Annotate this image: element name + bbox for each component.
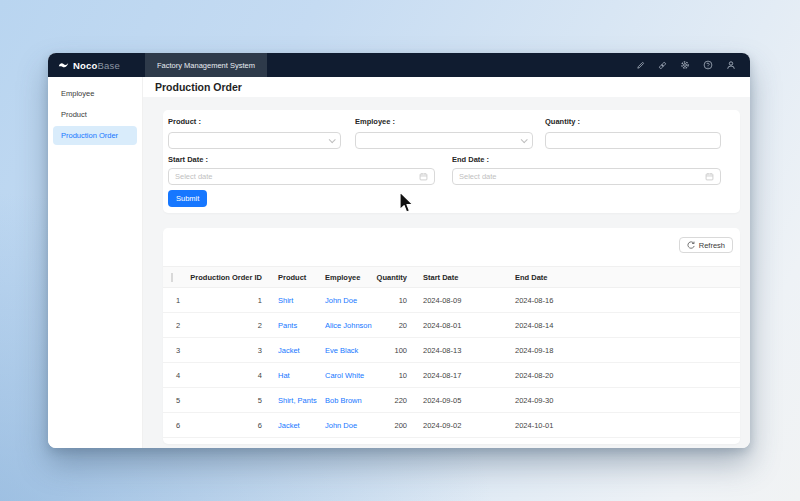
col-quantity[interactable]: Quantity <box>373 273 415 282</box>
cell-employee-link[interactable]: John Doe <box>317 296 373 305</box>
top-navbar: NocoBase Factory Management System <box>48 53 750 77</box>
calendar-icon <box>419 172 428 181</box>
cell-quantity: 220 <box>373 396 415 405</box>
cell-end-date: 2024-09-18 <box>507 346 740 355</box>
cell-product-link[interactable]: Jacket <box>270 346 317 355</box>
cell-product-link[interactable]: Shirt, Pants <box>270 396 317 405</box>
sidebar-item-label: Employee <box>61 89 94 98</box>
filter-form-card: Product : Employee : Quantity : Start Da… <box>163 110 740 213</box>
refresh-label: Refresh <box>699 241 725 250</box>
app-window: NocoBase Factory Management System <box>48 53 750 448</box>
cell-employee-link[interactable]: Carol White <box>317 371 373 380</box>
chevron-down-icon <box>329 136 336 143</box>
cell-product-link[interactable]: Hat <box>270 371 317 380</box>
nocobase-logo-icon <box>58 60 69 71</box>
desktop-background: NocoBase Factory Management System <box>0 0 800 501</box>
select-all-checkbox[interactable] <box>171 273 173 282</box>
cell-quantity: 100 <box>373 346 415 355</box>
cell-end-date: 2024-10-01 <box>507 421 740 430</box>
col-start-date[interactable]: Start Date <box>415 273 507 282</box>
cell-start-date: 2024-08-17 <box>415 371 507 380</box>
cell-start-date: 2024-08-13 <box>415 346 507 355</box>
start-date-input[interactable]: Select date <box>168 168 435 185</box>
link-icon[interactable] <box>658 61 667 70</box>
cell-order-id: 6 <box>187 421 270 430</box>
sidebar-item[interactable]: Employee <box>53 84 137 103</box>
cell-employee-link[interactable]: Eve Black <box>317 346 373 355</box>
employee-select[interactable] <box>355 132 533 149</box>
table-row[interactable]: 5 5 Shirt, Pants Bob Brown 220 2024-09-0… <box>163 388 740 413</box>
cell-start-date: 2024-08-01 <box>415 321 507 330</box>
sidebar: Employee Product Production Order <box>48 77 143 448</box>
employee-label: Employee : <box>355 117 395 126</box>
main-content: Production Order Product : Employee : Qu… <box>143 77 750 448</box>
table-body: 1 1 Shirt John Doe 10 2024-08-09 2024-08… <box>163 288 740 444</box>
cell-quantity: 10 <box>373 296 415 305</box>
sidebar-item-label: Production Order <box>61 131 118 140</box>
nocobase-logo[interactable]: NocoBase <box>48 53 145 77</box>
cell-order-id: 5 <box>187 396 270 405</box>
highlighter-icon[interactable] <box>636 61 645 70</box>
tab-factory-management-system[interactable]: Factory Management System <box>145 53 267 77</box>
cell-order-id: 2 <box>187 321 270 330</box>
col-product[interactable]: Product <box>270 273 317 282</box>
cell-order-id: 3 <box>187 346 270 355</box>
submit-button[interactable]: Submit <box>168 190 207 207</box>
quantity-label: Quantity : <box>545 117 580 126</box>
user-icon[interactable] <box>726 60 736 70</box>
brand-text: NocoBase <box>73 60 120 71</box>
brand-light: Base <box>98 60 120 71</box>
cell-start-date: 2024-08-09 <box>415 296 507 305</box>
table-row[interactable]: 2 2 Pants Alice Johnson 20 2024-08-01 20… <box>163 313 740 338</box>
cell-quantity: 10 <box>373 371 415 380</box>
row-index: 4 <box>163 371 187 380</box>
cell-employee-link[interactable]: Bob Brown <box>317 396 373 405</box>
orders-table-card: Refresh Production Order ID Product Empl… <box>163 228 740 444</box>
sidebar-item[interactable]: Product <box>53 105 137 124</box>
table-row[interactable]: 6 6 Jacket John Doe 200 2024-09-02 2024-… <box>163 413 740 438</box>
calendar-icon <box>705 172 714 181</box>
product-label: Product : <box>168 117 201 126</box>
table-row[interactable]: 3 3 Jacket Eve Black 100 2024-08-13 2024… <box>163 338 740 363</box>
cell-quantity: 20 <box>373 321 415 330</box>
cell-order-id: 4 <box>187 371 270 380</box>
end-date-label: End Date : <box>452 155 489 164</box>
col-end-date[interactable]: End Date <box>507 273 740 282</box>
end-date-placeholder: Select date <box>459 172 497 181</box>
row-index: 6 <box>163 421 187 430</box>
cell-employee-link[interactable]: Alice Johnson <box>317 321 373 330</box>
cell-start-date: 2024-09-02 <box>415 421 507 430</box>
end-date-input[interactable]: Select date <box>452 168 721 185</box>
row-index: 5 <box>163 396 187 405</box>
start-date-placeholder: Select date <box>175 172 213 181</box>
quantity-input[interactable] <box>545 132 721 149</box>
help-icon[interactable] <box>703 60 713 70</box>
sidebar-item-label: Product <box>61 110 87 119</box>
table-row[interactable]: 4 4 Hat Carol White 10 2024-08-17 2024-0… <box>163 363 740 388</box>
table-row[interactable]: 1 1 Shirt John Doe 10 2024-08-09 2024-08… <box>163 288 740 313</box>
page-title: Production Order <box>155 81 242 93</box>
start-date-label: Start Date : <box>168 155 208 164</box>
cell-quantity: 200 <box>373 421 415 430</box>
row-index: 1 <box>163 296 187 305</box>
cell-start-date: 2024-09-05 <box>415 396 507 405</box>
brand-bold: Noco <box>73 60 98 71</box>
page-header: Production Order <box>143 77 750 97</box>
sidebar-item[interactable]: Production Order <box>53 126 137 145</box>
col-production-order-id[interactable]: Production Order ID <box>187 273 270 282</box>
refresh-button[interactable]: Refresh <box>679 237 733 253</box>
gear-icon[interactable] <box>680 60 690 70</box>
cell-end-date: 2024-09-30 <box>507 396 740 405</box>
cell-order-id: 1 <box>187 296 270 305</box>
chevron-down-icon <box>521 136 528 143</box>
cell-product-link[interactable]: Jacket <box>270 421 317 430</box>
row-index: 3 <box>163 346 187 355</box>
cell-employee-link[interactable]: John Doe <box>317 421 373 430</box>
cell-end-date: 2024-08-20 <box>507 371 740 380</box>
cell-end-date: 2024-08-16 <box>507 296 740 305</box>
col-employee[interactable]: Employee <box>317 273 373 282</box>
cell-product-link[interactable]: Shirt <box>270 296 317 305</box>
table-header: Production Order ID Product Employee Qua… <box>163 266 740 288</box>
product-select[interactable] <box>168 132 341 149</box>
cell-product-link[interactable]: Pants <box>270 321 317 330</box>
